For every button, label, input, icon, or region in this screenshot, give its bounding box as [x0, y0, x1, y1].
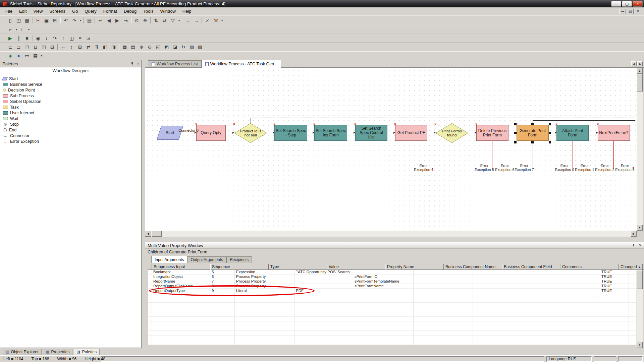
cell-business-component-field[interactable]	[473, 279, 533, 284]
cell-subprocess-input[interactable]	[152, 303, 210, 307]
step-over-button[interactable]: ↷	[51, 35, 59, 42]
sort-ascending-button[interactable]: ⇅	[152, 17, 160, 24]
palette-item-sub-process[interactable]: Sub Process	[2, 93, 140, 99]
cell-sequence[interactable]	[210, 317, 235, 321]
cell-value[interactable]	[294, 303, 353, 307]
validate-button[interactable]: ✓	[203, 17, 212, 24]
cell-business-component-name[interactable]	[414, 336, 473, 340]
mdi-restore-button[interactable]: ◱	[627, 9, 634, 14]
cell-comments[interactable]	[533, 331, 593, 336]
grid-properties-button[interactable]: ▦	[31, 52, 40, 59]
cell-sequence[interactable]	[210, 293, 235, 298]
cell-business-component-field[interactable]	[473, 293, 533, 298]
show-grid-button[interactable]: ▤	[129, 43, 137, 51]
column-header[interactable]: Business Component Name	[444, 264, 502, 270]
menu-item[interactable]: File	[2, 8, 16, 15]
palette-item-wait[interactable]: Wait	[2, 116, 140, 121]
cell-business-component-name[interactable]	[414, 289, 473, 293]
save-button[interactable]: ▦	[23, 17, 31, 24]
tab-recipients[interactable]: Recipients	[226, 256, 252, 263]
cell-type[interactable]: Literal	[235, 289, 294, 293]
cell-property-name[interactable]	[353, 312, 414, 317]
error-exception-label[interactable]: ErrorException 3	[611, 164, 639, 172]
cell-value[interactable]	[294, 307, 353, 312]
palette-item-decision-point[interactable]: Decision Point	[2, 87, 140, 93]
cell-sequence[interactable]	[210, 340, 235, 345]
cell-type[interactable]	[235, 307, 294, 312]
tab-input-arguments[interactable]: Input Arguments	[151, 256, 187, 263]
workflow-node-start[interactable]: Start	[157, 126, 183, 140]
compile-dropdown-arrow[interactable]: ▾	[220, 17, 224, 24]
pyramid-view-button[interactable]: ◈	[6, 52, 14, 59]
workflow-node-attach-print-form[interactable]: Attach Print Form	[556, 125, 589, 141]
canvas-horizontal-scrollbar[interactable]	[145, 231, 637, 237]
cell-comments[interactable]	[533, 279, 593, 284]
cell-property-name[interactable]: sPrintFormName	[353, 284, 414, 289]
cell-business-component-name[interactable]	[414, 312, 473, 317]
go-back-button[interactable]: ←	[184, 17, 192, 24]
cell-changed[interactable]: TRUE	[593, 284, 629, 289]
cell-subprocess-input[interactable]	[152, 312, 210, 317]
cell-business-component-field[interactable]	[473, 303, 533, 307]
mdi-minimize-button[interactable]: —	[619, 9, 626, 14]
tab-scroll-right-icon[interactable]: ▶	[637, 61, 643, 66]
cell-comments[interactable]	[533, 307, 593, 312]
flip-horizontal-button[interactable]: ◩	[162, 43, 171, 51]
cell-type[interactable]	[235, 303, 294, 307]
cell-changed[interactable]	[593, 317, 629, 321]
cell-comments[interactable]	[533, 317, 593, 321]
cell-subprocess-input[interactable]	[152, 326, 210, 331]
cell-business-component-name[interactable]	[414, 331, 473, 336]
table-row[interactable]: ReportOutputType 9 Literal PDF TRUE	[148, 289, 637, 293]
cell-comments[interactable]	[533, 340, 593, 345]
workflow-node-print-forms-found-decision[interactable]: Print Forms found	[435, 123, 468, 143]
mvpw-close-icon[interactable]: ×	[639, 244, 641, 247]
copy-button[interactable]: ▣	[42, 17, 51, 24]
space-down-button[interactable]: ⇅	[93, 43, 101, 51]
cell-sequence[interactable]	[210, 298, 235, 303]
cell-business-component-name[interactable]	[414, 279, 473, 284]
cell-property-name[interactable]	[353, 307, 414, 312]
horizontal-scroll-thumb[interactable]	[152, 231, 162, 237]
menu-item[interactable]: Window	[157, 8, 179, 15]
table-row[interactable]: ReportOutputFileName 8 Process Property …	[148, 284, 637, 289]
pointer-tool-button[interactable]: ⌐	[6, 26, 14, 33]
cell-sequence[interactable]	[210, 321, 235, 326]
cell-changed[interactable]	[593, 336, 629, 340]
column-header[interactable]: Value	[327, 264, 385, 270]
error-exception-label[interactable]: ErrorException 7	[510, 164, 538, 172]
table-row[interactable]: Bookmark 5 Expression "'ATC Opportunity …	[148, 270, 637, 275]
table-row[interactable]	[148, 307, 637, 312]
cell-business-component-field[interactable]	[473, 317, 533, 321]
connector-line[interactable]	[183, 133, 196, 133]
open-button[interactable]: ◰	[14, 17, 23, 24]
cell-comments[interactable]	[533, 312, 593, 317]
cell-property-name[interactable]	[353, 317, 414, 321]
cell-type[interactable]	[235, 340, 294, 345]
zoom-button[interactable]: ⊕	[141, 17, 149, 24]
grid-dropdown-arrow[interactable]: ▾	[40, 52, 44, 59]
connector-tool-button[interactable]: ∟	[18, 26, 27, 33]
snap-to-grid-button[interactable]: ▦	[120, 43, 129, 51]
palette-item-user-interact[interactable]: User Interact	[2, 110, 140, 116]
cell-sequence[interactable]	[210, 331, 235, 336]
cell-value[interactable]	[294, 312, 353, 317]
table-row[interactable]	[148, 293, 637, 298]
cell-business-component-field[interactable]	[473, 321, 533, 326]
table-row[interactable]: ReportName 7 Process Property sPrintForm…	[148, 279, 637, 284]
cell-type[interactable]	[235, 336, 294, 340]
cell-subprocess-input[interactable]: ReportOutputFileName	[152, 284, 210, 289]
cell-sequence[interactable]: 8	[210, 284, 235, 289]
cell-type[interactable]	[235, 321, 294, 326]
cell-changed[interactable]	[593, 340, 629, 345]
cell-property-name[interactable]: sPrintFormIO	[353, 275, 414, 279]
cell-subprocess-input[interactable]	[152, 293, 210, 298]
cell-business-component-name[interactable]	[414, 340, 473, 345]
table-row[interactable]	[148, 331, 637, 336]
zoom-out-button[interactable]: ⊖	[146, 43, 154, 51]
column-header[interactable]: Subprocess Input	[152, 264, 210, 270]
undo-dropdown-arrow[interactable]: ▾	[78, 17, 83, 24]
cell-business-component-field[interactable]	[473, 331, 533, 336]
same-height-button[interactable]: ↕	[67, 43, 76, 51]
tab-object-explorer[interactable]: ▤ Object Explorer	[3, 349, 42, 355]
